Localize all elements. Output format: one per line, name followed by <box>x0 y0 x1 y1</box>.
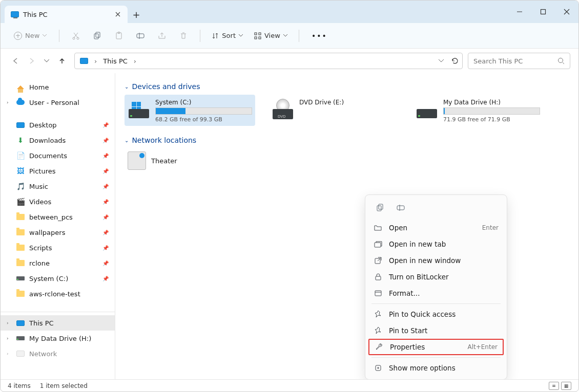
document-icon: 📄 <box>16 151 25 160</box>
chevron-down-icon[interactable] <box>439 59 444 62</box>
details-view-button[interactable]: ≡ <box>549 382 559 390</box>
refresh-icon[interactable] <box>451 57 459 65</box>
sidebar-wallpapers[interactable]: wallpapers📌 <box>1 225 115 240</box>
external-icon <box>374 256 383 265</box>
sidebar-music[interactable]: 🎵Music📌 <box>1 179 115 194</box>
videos-icon: 🎬 <box>16 198 25 206</box>
sidebar-my-data-drive[interactable]: ›My Data Drive (H:) <box>1 331 115 346</box>
up-button[interactable] <box>55 54 69 68</box>
recent-button[interactable] <box>39 54 54 68</box>
new-button[interactable]: + New <box>9 29 52 43</box>
address-segment[interactable]: This PC <box>101 56 130 66</box>
close-button[interactable] <box>555 1 578 23</box>
svg-rect-13 <box>377 206 381 211</box>
folder-icon <box>16 229 25 235</box>
tiles-view-button[interactable]: ▦ <box>561 382 571 390</box>
sidebar-network[interactable]: ›Network <box>1 346 115 361</box>
format-icon <box>374 289 383 297</box>
more-icon <box>374 364 383 372</box>
chevron-right-icon[interactable]: › <box>7 100 12 105</box>
ctx-pin-quick[interactable]: Pin to Quick access <box>368 306 504 322</box>
new-tab-button[interactable]: + <box>128 6 145 23</box>
section-devices[interactable]: ⌄ Devices and drives <box>125 82 569 91</box>
sidebar-videos[interactable]: 🎬Videos📌 <box>1 194 115 209</box>
maximize-button[interactable] <box>531 1 555 23</box>
sidebar-documents[interactable]: 📄Documents📌 <box>1 148 115 163</box>
svg-rect-7 <box>137 34 144 38</box>
chevron-right-icon[interactable]: › <box>7 336 12 341</box>
search-placeholder: Search This PC <box>473 57 523 65</box>
ctx-open-window[interactable]: Open in new window <box>368 252 504 269</box>
forward-button[interactable] <box>24 54 38 68</box>
cut-button[interactable] <box>67 27 85 45</box>
minimize-button[interactable] <box>508 1 531 23</box>
dvd-drive-icon <box>272 98 294 120</box>
ctx-pin-start[interactable]: Pin to Start <box>368 322 504 339</box>
ctx-open-tab[interactable]: Open in new tab <box>368 236 504 252</box>
sort-button[interactable]: Sort <box>208 29 247 42</box>
chevron-down-icon <box>239 34 243 37</box>
svg-rect-16 <box>375 243 381 247</box>
section-network[interactable]: ⌄ Network locations <box>125 136 569 144</box>
tab-close-icon[interactable] <box>114 11 121 18</box>
ctx-format[interactable]: Format... <box>368 285 504 301</box>
sidebar-downloads[interactable]: ⬇Downloads📌 <box>1 133 115 148</box>
pin-icon: 📌 <box>102 184 109 189</box>
drive-system-c[interactable]: System (C:) 68.2 GB free of 99.3 GB <box>125 95 255 126</box>
svg-rect-4 <box>96 32 100 37</box>
svg-rect-14 <box>379 204 383 209</box>
more-button[interactable]: ••• <box>306 29 333 43</box>
tab-this-pc[interactable]: This PC <box>5 6 128 23</box>
sidebar-pictures[interactable]: 🖼Pictures📌 <box>1 163 115 179</box>
share-button[interactable] <box>153 27 171 45</box>
sidebar-desktop[interactable]: Desktop📌 <box>1 117 115 133</box>
rename-button[interactable] <box>131 27 150 45</box>
sidebar-home[interactable]: Home <box>1 79 115 95</box>
address-bar[interactable]: › This PC › <box>74 53 463 69</box>
paste-button[interactable] <box>110 27 128 45</box>
sidebar-this-pc[interactable]: ›This PC <box>1 315 115 331</box>
chevron-right-icon[interactable]: › <box>93 57 98 65</box>
ctx-bitlocker[interactable]: Turn on BitLocker <box>368 269 504 285</box>
delete-button[interactable] <box>174 27 193 45</box>
sidebar-user-personal[interactable]: › User - Personal <box>1 95 115 110</box>
cloud-icon <box>16 100 25 105</box>
pictures-icon: 🖼 <box>16 167 25 175</box>
view-button[interactable]: View <box>250 29 292 42</box>
svg-rect-19 <box>375 291 381 296</box>
drive-my-data-h[interactable]: My Data Drive (H:) 71.9 GB free of 71.9 … <box>412 95 543 126</box>
sidebar-system-c[interactable]: System (C:)📌 <box>1 271 115 286</box>
network-theater[interactable]: Theater <box>125 148 569 173</box>
network-icon <box>16 351 25 357</box>
folder-icon <box>16 245 25 251</box>
pin-start-icon <box>374 326 383 335</box>
home-icon <box>17 85 24 89</box>
sidebar-rclone[interactable]: rclone📌 <box>1 255 115 271</box>
back-button[interactable] <box>9 54 23 68</box>
ctx-rename-button[interactable] <box>392 200 409 215</box>
chevron-right-icon[interactable]: › <box>133 57 137 65</box>
wrench-icon <box>375 343 384 351</box>
nav-row: › This PC › Search This PC <box>1 49 578 73</box>
drive-usage-bar <box>155 107 252 115</box>
drive-dvd-e[interactable]: DVD Drive (E:) <box>268 95 399 126</box>
ctx-open[interactable]: Open Enter <box>368 220 504 236</box>
sidebar-between-pcs[interactable]: between_pcs📌 <box>1 209 115 225</box>
sidebar-aws-rclone[interactable]: aws-rclone-test <box>1 286 115 301</box>
search-icon <box>557 57 565 64</box>
chevron-right-icon[interactable]: › <box>7 320 12 325</box>
search-input[interactable]: Search This PC <box>468 53 570 69</box>
pin-icon: 📌 <box>102 276 109 281</box>
svg-rect-18 <box>376 276 381 280</box>
pin-icon: 📌 <box>102 230 109 235</box>
drive-icon <box>16 336 25 340</box>
sidebar-scripts[interactable]: Scripts📌 <box>1 240 115 255</box>
media-device-icon <box>128 151 146 170</box>
ctx-copy-button[interactable] <box>371 200 389 215</box>
titlebar: This PC + <box>1 1 578 23</box>
copy-button[interactable] <box>88 27 107 45</box>
ctx-properties[interactable]: Properties Alt+Enter <box>368 339 504 355</box>
ctx-more-options[interactable]: Show more options <box>368 360 504 376</box>
chevron-right-icon[interactable]: › <box>7 351 12 356</box>
divider <box>200 30 200 42</box>
